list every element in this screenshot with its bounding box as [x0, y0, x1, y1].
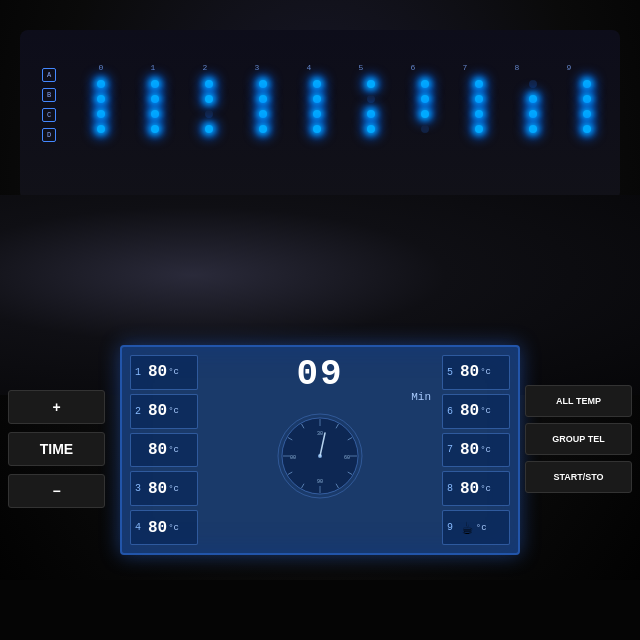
temp-unit-9: °c	[476, 523, 487, 533]
left-button-panel: + TIME −	[0, 390, 105, 508]
temp-unit-7: °c	[480, 445, 491, 455]
led-dot-3-1	[259, 95, 267, 103]
bottom-area	[0, 580, 640, 640]
col-label-8: 8	[491, 63, 543, 72]
led-dot-2-3	[205, 125, 213, 133]
led-dot-7-3	[475, 125, 483, 133]
row-labels: A B C D	[42, 68, 56, 142]
led-dot-2-0	[205, 80, 213, 88]
led-col-5	[345, 80, 397, 133]
temp-row-blank: 80 °c	[130, 433, 198, 468]
time-value: 09	[296, 357, 343, 393]
led-dot-7-1	[475, 95, 483, 103]
led-dot-0-1	[97, 95, 105, 103]
minus-button[interactable]: −	[8, 474, 105, 508]
led-dot-4-3	[313, 125, 321, 133]
lcd-display: 1 80 °c 2 80 °c 80 °c 3 80 °c 4 80	[120, 345, 520, 555]
svg-text:00: 00	[290, 455, 296, 461]
led-col-6	[399, 80, 451, 133]
led-dot-9-3	[583, 125, 591, 133]
all-temp-button[interactable]: ALL TEMP	[525, 385, 632, 417]
temp-num-3: 3	[135, 483, 145, 494]
svg-text:90: 90	[317, 479, 323, 485]
temp-val-1: 80	[148, 363, 167, 381]
right-button-panel: ALL TEMP GROUP TEL START/STO	[525, 385, 640, 493]
device-body: A B C D 0 1 2 3 4 5 6 7 8 9 1	[0, 0, 640, 640]
temp-row-5: 5 80 °c	[442, 355, 510, 390]
led-dot-6-0	[421, 80, 429, 88]
led-col-1	[129, 80, 181, 133]
led-dot-8-0	[529, 80, 537, 88]
col-label-4: 4	[283, 63, 335, 72]
led-dot-0-0	[97, 80, 105, 88]
temp-num-4: 4	[135, 522, 145, 533]
led-panel: A B C D 0 1 2 3 4 5 6 7 8 9	[20, 30, 620, 200]
temp-num-6: 6	[447, 406, 457, 417]
col-label-5: 5	[335, 63, 387, 72]
group-tel-button[interactable]: GROUP TEL	[525, 423, 632, 455]
led-dot-8-3	[529, 125, 537, 133]
led-col-8	[507, 80, 559, 133]
led-dot-9-0	[583, 80, 591, 88]
temp-unit-8: °c	[480, 484, 491, 494]
temp-val-5: 80	[460, 363, 479, 381]
dial-svg: 30 60 90 00	[275, 411, 365, 501]
temp-row-4: 4 80 °c	[130, 510, 198, 545]
col-label-7: 7	[439, 63, 491, 72]
led-dot-1-3	[151, 125, 159, 133]
led-dot-1-0	[151, 80, 159, 88]
temp-num-5: 5	[447, 367, 457, 378]
led-dot-1-2	[151, 110, 159, 118]
led-col-4	[291, 80, 343, 133]
led-dot-1-1	[151, 95, 159, 103]
led-col-7	[453, 80, 505, 133]
temp-val-2: 80	[148, 402, 167, 420]
cup-icon: ☕	[462, 517, 473, 539]
led-dot-4-1	[313, 95, 321, 103]
led-dot-6-3	[421, 125, 429, 133]
temp-val-7: 80	[460, 441, 479, 459]
led-dot-5-1	[367, 95, 375, 103]
plus-button[interactable]: +	[8, 390, 105, 424]
led-dot-4-2	[313, 110, 321, 118]
temp-unit-blank: °c	[168, 445, 179, 455]
temp-row-8: 8 80 °c	[442, 471, 510, 506]
temp-val-3: 80	[148, 480, 167, 498]
row-label-d: D	[42, 128, 56, 142]
center-display: 09 Min	[204, 355, 436, 545]
led-dot-3-0	[259, 80, 267, 88]
temp-val-6: 80	[460, 402, 479, 420]
temp-num-7: 7	[447, 444, 457, 455]
start-stop-button[interactable]: START/STO	[525, 461, 632, 493]
row-label-b: B	[42, 88, 56, 102]
led-dot-grid	[75, 80, 613, 133]
temp-num-9: 9	[447, 522, 457, 533]
temp-val-8: 80	[460, 480, 479, 498]
led-dot-8-2	[529, 110, 537, 118]
col-labels: 0 1 2 3 4 5 6 7 8 9	[75, 63, 595, 72]
temp-row-1: 1 80 °c	[130, 355, 198, 390]
row-label-c: C	[42, 108, 56, 122]
temp-num-8: 8	[447, 483, 457, 494]
temp-unit-5: °c	[480, 367, 491, 377]
svg-text:60: 60	[344, 455, 350, 461]
time-button[interactable]: TIME	[8, 432, 105, 466]
row-label-a: A	[42, 68, 56, 82]
temp-unit-6: °c	[480, 406, 491, 416]
led-dot-5-0	[367, 80, 375, 88]
led-dot-7-0	[475, 80, 483, 88]
left-temp-column: 1 80 °c 2 80 °c 80 °c 3 80 °c 4 80	[130, 355, 198, 545]
temp-unit-2: °c	[168, 406, 179, 416]
temp-row-3: 3 80 °c	[130, 471, 198, 506]
temp-row-7: 7 80 °c	[442, 433, 510, 468]
led-dot-0-3	[97, 125, 105, 133]
col-label-2: 2	[179, 63, 231, 72]
dial-container: 30 60 90 00	[275, 411, 365, 501]
time-unit: Min	[204, 391, 436, 403]
led-col-2	[183, 80, 235, 133]
led-dot-9-2	[583, 110, 591, 118]
col-label-9: 9	[543, 63, 595, 72]
temp-row-9: 9 ☕ °c	[442, 510, 510, 545]
temp-num-1: 1	[135, 367, 145, 378]
col-label-1: 1	[127, 63, 179, 72]
